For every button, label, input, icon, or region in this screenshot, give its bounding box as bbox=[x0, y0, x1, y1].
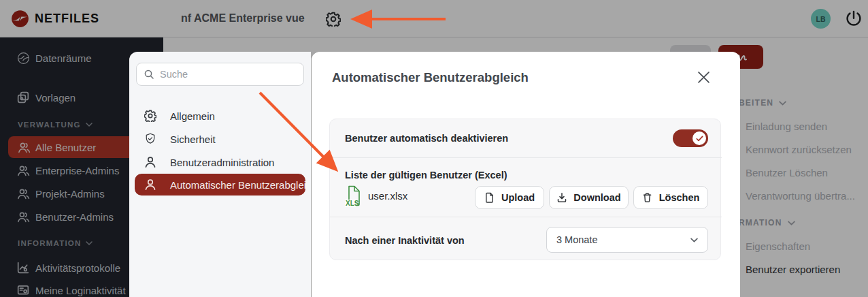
settings-nav-label: Sicherheit bbox=[170, 134, 216, 145]
row-divider bbox=[330, 217, 722, 217]
settings-nav-item-automatischer-benutzerabgleich[interactable]: Automatischer Benutzerabgleich bbox=[135, 174, 305, 196]
check-icon bbox=[696, 136, 703, 142]
button-label: Upload bbox=[501, 192, 535, 203]
settings-nav-label: Automatischer Benutzerabgleich bbox=[170, 179, 305, 191]
button-label: Download bbox=[573, 192, 620, 203]
person-icon bbox=[144, 178, 156, 191]
toggle-knob bbox=[692, 131, 706, 145]
search-input[interactable] bbox=[160, 69, 297, 80]
dialog-automatischer-benutzerabgleich: Automatischer Benutzerabgleich Benutzer … bbox=[312, 52, 740, 297]
settings-search[interactable] bbox=[136, 63, 304, 86]
file-name: user.xlsx bbox=[368, 190, 407, 202]
download-icon bbox=[556, 192, 567, 203]
download-button[interactable]: Download bbox=[549, 186, 629, 209]
file-upload-icon bbox=[484, 192, 495, 203]
inactivity-label: Nach einer Inaktivität von bbox=[345, 235, 465, 246]
settings-nav-label: Allgemein bbox=[170, 110, 215, 122]
upload-button[interactable]: Upload bbox=[475, 186, 544, 209]
settings-group: Benutzer automatisch deaktivieren Liste … bbox=[329, 119, 721, 260]
select-value: 3 Monate bbox=[556, 234, 597, 245]
toggle-label: Benutzer automatisch deaktivieren bbox=[345, 133, 508, 144]
delete-button[interactable]: Löschen bbox=[633, 186, 708, 209]
settings-nav-label: Benutzeradministration bbox=[170, 157, 274, 168]
excel-file-icon: XLS bbox=[344, 185, 363, 207]
chevron-down-icon bbox=[690, 238, 698, 243]
settings-nav-item-sicherheit[interactable]: Sicherheit bbox=[135, 128, 305, 150]
dialog-title: Automatischer Benutzerabgleich bbox=[332, 70, 529, 85]
settings-nav-item-benutzeradministration[interactable]: Benutzeradministration bbox=[135, 151, 305, 173]
person-icon bbox=[144, 156, 156, 168]
auto-deactivate-toggle[interactable] bbox=[673, 129, 708, 147]
settings-nav-item-allgemein[interactable]: Allgemein bbox=[135, 105, 305, 127]
row-divider bbox=[330, 157, 722, 158]
gear-icon bbox=[144, 110, 156, 122]
trash-icon bbox=[642, 192, 653, 203]
close-icon[interactable] bbox=[694, 67, 713, 87]
shield-check-icon bbox=[144, 133, 156, 145]
app-screenshot: NETFILES nf ACME Enterprise vue LB bbox=[0, 0, 868, 297]
settings-nav-panel: Allgemein Sicherheit Benutzeradministrat… bbox=[129, 52, 311, 297]
file-list-label: Liste der gültigen Benutzer (Excel) bbox=[345, 170, 507, 181]
inactivity-select[interactable]: 3 Monate bbox=[546, 227, 708, 253]
file-badge: XLS bbox=[346, 200, 359, 207]
search-icon bbox=[144, 69, 154, 80]
button-label: Löschen bbox=[659, 192, 700, 203]
